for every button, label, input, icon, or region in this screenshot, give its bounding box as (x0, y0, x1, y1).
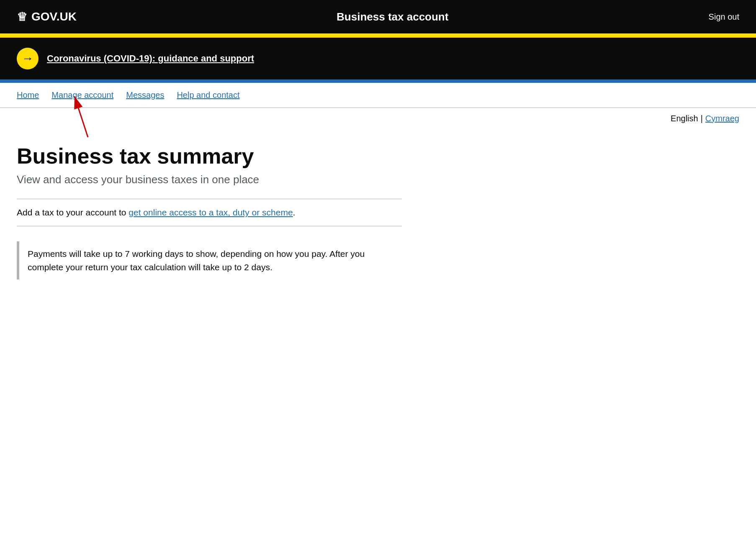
language-cymraeg[interactable]: Cymraeg (705, 114, 739, 123)
blue-accent-bar (0, 79, 756, 83)
nav-messages[interactable]: Messages (126, 90, 164, 100)
crown-icon: ♕ (17, 10, 27, 24)
yellow-accent-bar (0, 33, 756, 38)
logo-text: GOV.UK (31, 10, 77, 23)
add-tax-prefix: Add a tax to your account to (17, 207, 129, 217)
language-english: English (671, 114, 698, 123)
main-content: Business tax summary View and access you… (0, 129, 419, 305)
add-tax-text: Add a tax to your account to get online … (17, 207, 402, 218)
site-header: ♕ GOV.UK Business tax account Sign out (0, 0, 756, 33)
divider-bottom (17, 226, 402, 226)
gov-uk-logo: ♕ GOV.UK (17, 10, 77, 24)
covid-link[interactable]: Coronavirus (COVID-19): guidance and sup… (47, 53, 254, 64)
header-title: Business tax account (337, 10, 448, 23)
sign-out-button[interactable]: Sign out (709, 12, 739, 22)
arrow-right-icon: → (22, 52, 33, 65)
add-tax-suffix: . (293, 207, 296, 217)
add-tax-link[interactable]: get online access to a tax, duty or sche… (129, 207, 293, 217)
divider-top (17, 199, 402, 199)
covid-banner: → Coronavirus (COVID-19): guidance and s… (0, 38, 756, 79)
page-heading: Business tax summary (17, 144, 402, 168)
language-separator: | (701, 114, 703, 123)
nav-manage-account[interactable]: Manage account (51, 90, 113, 100)
covid-arrow-circle: → (17, 48, 39, 69)
page-subheading: View and access your business taxes in o… (17, 173, 402, 186)
nav-help-contact[interactable]: Help and contact (177, 90, 239, 100)
info-box: Payments will take up to 7 working days … (17, 241, 402, 279)
nav-home[interactable]: Home (17, 90, 39, 100)
main-nav: Home Manage account Messages Help and co… (0, 83, 756, 108)
info-box-text: Payments will take up to 7 working days … (28, 247, 393, 274)
language-bar: English | Cymraeg (0, 108, 756, 129)
